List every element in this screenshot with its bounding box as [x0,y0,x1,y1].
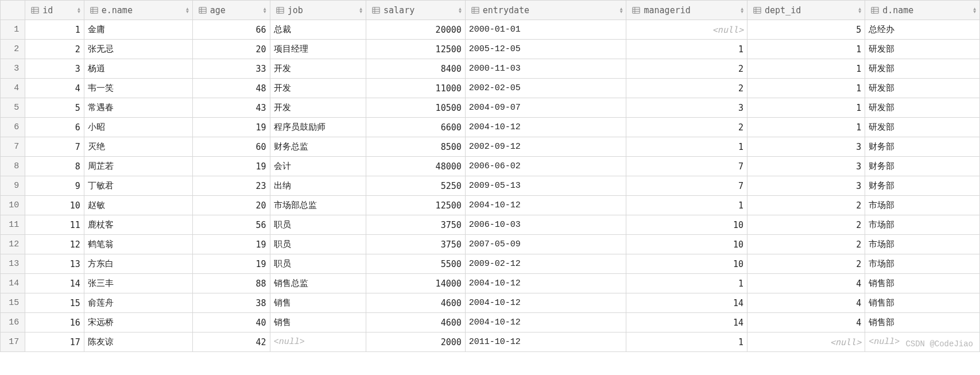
table-row[interactable]: 1212鹤笔翁19职员37502007-05-09102市场部 [1,235,980,254]
cell-job[interactable]: 出纳 [270,176,366,196]
cell-id[interactable]: 11 [25,215,84,235]
row-number[interactable]: 7 [1,137,25,157]
cell-managerid[interactable]: 14 [626,293,747,313]
cell-age[interactable]: 66 [192,20,270,40]
cell-dept_id[interactable]: 3 [747,157,865,176]
sort-icon[interactable]: ▲▼ [620,7,623,13]
cell-salary[interactable]: 8400 [366,59,466,79]
cell-entrydate[interactable]: 2000-11-03 [465,59,626,79]
cell-d_name[interactable]: 财务部 [865,176,980,196]
cell-e_name[interactable]: 丁敏君 [84,176,192,196]
cell-dept_id[interactable]: 3 [747,137,865,157]
cell-salary[interactable]: 11000 [366,79,466,98]
cell-managerid[interactable]: 1 [626,196,747,215]
cell-id[interactable]: 3 [25,59,84,79]
sort-icon[interactable]: ▲▼ [741,7,743,13]
row-number[interactable]: 15 [1,293,25,313]
cell-salary[interactable]: 12500 [366,40,466,59]
cell-managerid[interactable]: 2 [626,118,747,137]
cell-age[interactable]: 48 [192,79,270,98]
cell-id[interactable]: 14 [25,274,84,293]
cell-id[interactable]: 10 [25,196,84,215]
cell-managerid[interactable]: 7 [626,157,747,176]
cell-entrydate[interactable]: 2002-02-05 [465,79,626,98]
cell-dept_id[interactable]: 1 [747,59,865,79]
table-row[interactable]: 66小昭19程序员鼓励师66002004-10-1221研发部 [1,118,980,137]
cell-d_name[interactable]: 销售部 [865,293,980,313]
cell-managerid[interactable]: 10 [626,235,747,254]
cell-d_name[interactable]: 财务部 [865,137,980,157]
cell-age[interactable]: 60 [192,137,270,157]
cell-dept_id[interactable]: 1 [747,118,865,137]
cell-age[interactable]: 20 [192,196,270,215]
table-row[interactable]: 1010赵敏20市场部总监125002004-10-1212市场部 [1,196,980,215]
column-header-id[interactable]: id▲▼ [25,1,84,20]
cell-dept_id[interactable]: 1 [747,40,865,59]
row-number[interactable]: 11 [1,215,25,235]
cell-entrydate[interactable]: 2004-09-07 [465,98,626,118]
cell-id[interactable]: 17 [25,333,84,352]
cell-dept_id[interactable]: 4 [747,274,865,293]
cell-job[interactable]: 市场部总监 [270,196,366,215]
cell-managerid[interactable]: 7 [626,176,747,196]
row-number[interactable]: 9 [1,176,25,196]
cell-e_name[interactable]: 韦一笑 [84,79,192,98]
cell-job[interactable]: 开发 [270,79,366,98]
cell-salary[interactable]: 5500 [366,254,466,274]
table-row[interactable]: 1313方东白19职员55002009-02-12102市场部 [1,254,980,274]
cell-entrydate[interactable]: 2006-06-02 [465,157,626,176]
cell-age[interactable]: 43 [192,98,270,118]
cell-salary[interactable]: 10500 [366,98,466,118]
result-grid[interactable]: id▲▼e.name▲▼age▲▼job▲▼salary▲▼entrydate▲… [0,0,980,352]
cell-dept_id[interactable]: 2 [747,254,865,274]
row-number[interactable]: 14 [1,274,25,293]
cell-e_name[interactable]: 宋远桥 [84,313,192,333]
cell-dept_id[interactable]: 1 [747,79,865,98]
cell-entrydate[interactable]: 2002-09-12 [465,137,626,157]
table-row[interactable]: 11金庸66总裁200002000-01-01<null>5总经办 [1,20,980,40]
cell-age[interactable]: 33 [192,59,270,79]
cell-job[interactable]: 销售 [270,313,366,333]
cell-e_name[interactable]: 周芷若 [84,157,192,176]
cell-d_name[interactable]: 研发部 [865,98,980,118]
cell-salary[interactable]: 4600 [366,293,466,313]
cell-dept_id[interactable]: 4 [747,293,865,313]
row-number[interactable]: 10 [1,196,25,215]
row-number[interactable]: 12 [1,235,25,254]
cell-entrydate[interactable]: 2011-10-12 [465,333,626,352]
cell-salary[interactable]: 8500 [366,137,466,157]
cell-job[interactable]: 会计 [270,157,366,176]
row-number[interactable]: 4 [1,79,25,98]
cell-d_name[interactable]: 销售部 [865,274,980,293]
cell-job[interactable]: 财务总监 [270,137,366,157]
cell-entrydate[interactable]: 2004-10-12 [465,293,626,313]
cell-e_name[interactable]: 鹤笔翁 [84,235,192,254]
cell-entrydate[interactable]: 2007-05-09 [465,235,626,254]
cell-job[interactable]: 销售 [270,293,366,313]
cell-entrydate[interactable]: 2004-10-12 [465,313,626,333]
cell-d_name[interactable]: 市场部 [865,235,980,254]
row-number[interactable]: 13 [1,254,25,274]
cell-e_name[interactable]: 灭绝 [84,137,192,157]
cell-id[interactable]: 9 [25,176,84,196]
cell-id[interactable]: 5 [25,98,84,118]
cell-job[interactable]: 程序员鼓励师 [270,118,366,137]
cell-id[interactable]: 7 [25,137,84,157]
cell-age[interactable]: 88 [192,274,270,293]
table-row[interactable]: 1616宋远桥40销售46002004-10-12144销售部 [1,313,980,333]
cell-dept_id[interactable]: 3 [747,176,865,196]
table-row[interactable]: 1717陈友谅42<null>20002011-10-121<null><nul… [1,333,980,352]
cell-salary[interactable]: 14000 [366,274,466,293]
cell-age[interactable]: 38 [192,293,270,313]
cell-managerid[interactable]: 1 [626,274,747,293]
cell-e_name[interactable]: 杨逍 [84,59,192,79]
cell-dept_id[interactable]: <null> [747,333,865,352]
cell-d_name[interactable]: 财务部 [865,157,980,176]
row-number[interactable]: 16 [1,313,25,333]
cell-job[interactable]: <null> [270,333,366,352]
sort-icon[interactable]: ▲▼ [264,7,266,13]
row-number[interactable]: 1 [1,20,25,40]
row-number[interactable]: 8 [1,157,25,176]
column-header-dept_id[interactable]: dept_id▲▼ [747,1,865,20]
row-number[interactable]: 2 [1,40,25,59]
